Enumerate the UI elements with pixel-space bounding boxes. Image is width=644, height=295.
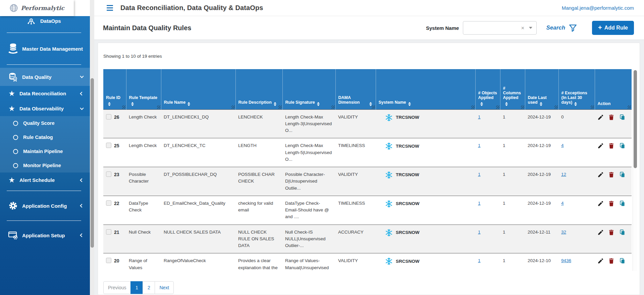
sidebar-item-monitor-pipeline[interactable]: Monitor Pipeline xyxy=(0,158,90,173)
sidebar-item-maintain-pipeline[interactable]: Maintain Pipeline xyxy=(0,144,90,158)
row-checkbox[interactable] xyxy=(106,114,111,119)
edit-icon[interactable] xyxy=(597,114,604,121)
database-icon xyxy=(8,43,18,55)
objects-applied-link[interactable]: 1 xyxy=(478,258,481,263)
date-last-used: 2024-12-19 xyxy=(525,138,558,167)
sidebar-item-dataops[interactable]: DataOps xyxy=(0,16,90,30)
resize-handle[interactable] xyxy=(496,105,499,109)
objects-applied-link[interactable]: 1 xyxy=(478,230,481,235)
copy-icon[interactable] xyxy=(619,257,626,264)
columns-applied: 1 xyxy=(500,167,525,196)
col-dama-dimension[interactable]: DAMA Dimension xyxy=(335,69,376,109)
content: Showing 1 to 10 of 19 entries Rule ID Ru… xyxy=(94,40,644,295)
objects-applied-link[interactable]: 1 xyxy=(478,201,481,206)
resize-handle[interactable] xyxy=(628,105,631,109)
resize-handle[interactable] xyxy=(278,105,282,109)
copy-icon[interactable] xyxy=(619,171,626,178)
resize-handle[interactable] xyxy=(157,105,160,109)
col-exceptions[interactable]: # Exceptions (In Last 30 days) xyxy=(558,69,595,109)
sidebar-submenu: Quality Score Rule Catalog Maintain Pipe… xyxy=(0,116,90,173)
dama-dimension: ACCURACY xyxy=(335,225,376,253)
snowflake-icon xyxy=(385,171,393,179)
copy-icon[interactable] xyxy=(619,200,626,207)
edit-icon[interactable] xyxy=(597,257,604,264)
logo[interactable]: Performalytic xyxy=(0,0,74,16)
exceptions-link[interactable]: 9436 xyxy=(561,258,571,263)
system-name-select[interactable]: × xyxy=(463,21,537,35)
resize-handle[interactable] xyxy=(372,105,375,109)
col-rule-template[interactable]: Rule Template xyxy=(126,69,161,109)
menu-icon[interactable] xyxy=(107,5,113,11)
edit-icon[interactable] xyxy=(597,171,604,178)
table-scrollbar-thumb[interactable] xyxy=(634,70,637,168)
edit-icon[interactable] xyxy=(597,229,604,236)
resize-handle[interactable] xyxy=(122,105,125,109)
col-system-name[interactable]: System Name xyxy=(376,69,475,109)
objects-applied-link[interactable]: 1 xyxy=(478,114,481,119)
row-checkbox[interactable] xyxy=(106,143,111,148)
col-date-last-used[interactable]: Date Last used xyxy=(525,69,558,109)
sidebar-item-application-setup[interactable]: Application Setup xyxy=(0,224,90,247)
setup-icon xyxy=(8,231,18,240)
col-rule-name[interactable]: Rule Name xyxy=(161,69,235,109)
resize-handle[interactable] xyxy=(471,105,475,109)
snowflake-icon xyxy=(385,142,393,150)
exceptions-link[interactable]: 12 xyxy=(561,172,566,177)
sidebar-scrollbar[interactable] xyxy=(90,0,94,295)
delete-icon[interactable] xyxy=(608,114,614,121)
resize-handle[interactable] xyxy=(591,105,594,109)
row-checkbox[interactable] xyxy=(106,229,111,235)
edit-icon[interactable] xyxy=(597,200,604,207)
filter-funnel-icon xyxy=(569,23,577,32)
rule-template: Null Check xyxy=(126,225,161,253)
copy-icon[interactable] xyxy=(619,114,626,121)
exceptions-link[interactable]: 4 xyxy=(561,201,564,206)
col-columns-applied[interactable]: # Columns Applied xyxy=(500,69,525,109)
chevron-down-icon[interactable] xyxy=(529,27,532,29)
col-rule-description[interactable]: Rule Description xyxy=(235,69,282,109)
sidebar-item-data-observability[interactable]: ★ Data Observability xyxy=(0,101,90,116)
col-objects-applied[interactable]: # Objects Applied xyxy=(475,69,500,109)
col-rule-signature[interactable]: Rule Signature xyxy=(282,69,335,109)
table-scrollbar[interactable] xyxy=(633,69,637,271)
row-checkbox[interactable] xyxy=(106,258,111,263)
clear-icon[interactable]: × xyxy=(521,25,524,31)
pagination-previous[interactable]: Previous xyxy=(103,281,131,294)
resize-handle[interactable] xyxy=(231,105,235,109)
sidebar-item-application-config[interactable]: Application Config xyxy=(0,194,90,217)
resize-handle[interactable] xyxy=(331,105,335,109)
snowflake-icon xyxy=(385,257,393,265)
delete-icon[interactable] xyxy=(608,142,614,149)
copy-icon[interactable] xyxy=(619,142,626,149)
resize-handle[interactable] xyxy=(554,105,558,109)
user-email[interactable]: Mangal.jena@performalytic.com xyxy=(562,5,634,11)
sidebar-item-rule-catalog[interactable]: Rule Catalog xyxy=(0,130,90,144)
row-checkbox[interactable] xyxy=(106,171,111,177)
exceptions-link[interactable]: 4 xyxy=(561,143,564,148)
delete-icon[interactable] xyxy=(608,171,614,178)
exceptions-link[interactable]: 32 xyxy=(561,230,566,235)
edit-icon[interactable] xyxy=(597,142,604,149)
col-rule-id[interactable]: Rule ID xyxy=(103,69,126,109)
sidebar-item-quality-score[interactable]: Quality Score xyxy=(0,116,90,130)
delete-icon[interactable] xyxy=(608,229,614,236)
objects-applied-link[interactable]: 1 xyxy=(478,172,481,177)
pagination-next[interactable]: Next xyxy=(155,281,174,294)
rule-name: DT_LENCHECK1_DQ xyxy=(161,109,235,138)
sidebar-item-master-data-management[interactable]: Master Data Management xyxy=(0,36,90,61)
delete-icon[interactable] xyxy=(608,257,614,264)
system-name-label: System Name xyxy=(426,25,459,31)
sidebar-item-data-reconciliation[interactable]: ★ Data Reconciliation xyxy=(0,86,90,101)
delete-icon[interactable] xyxy=(608,200,614,207)
resize-handle[interactable] xyxy=(521,105,524,109)
row-checkbox[interactable] xyxy=(106,200,111,206)
objects-applied-link[interactable]: 1 xyxy=(478,143,481,148)
pagination-page-1[interactable]: 1 xyxy=(130,281,143,294)
sidebar-item-alert-schedule[interactable]: ★ Alert Schedule xyxy=(0,173,90,188)
sidebar-item-data-quality[interactable]: Data Quality xyxy=(0,68,90,86)
search-button[interactable]: Search xyxy=(546,23,577,32)
copy-icon[interactable] xyxy=(619,229,626,236)
sidebar-scrollbar-thumb[interactable] xyxy=(91,78,94,248)
add-rule-button[interactable]: + Add Rule xyxy=(592,21,634,35)
pagination-page-2[interactable]: 2 xyxy=(143,281,155,294)
